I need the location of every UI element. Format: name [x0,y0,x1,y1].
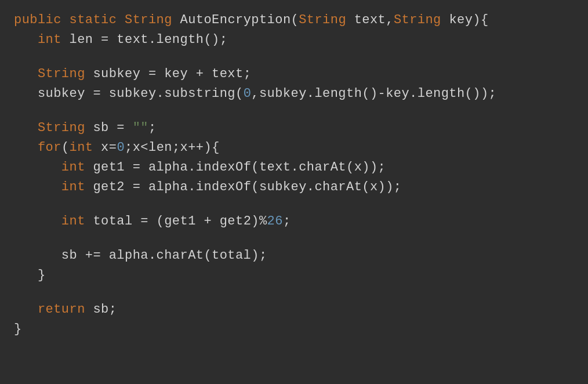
blank-line-3 [14,197,574,212]
keyword-public: public [14,13,61,27]
keyword-string-4: String [38,67,85,81]
keyword-int-5: int [61,214,85,229]
string-literal-empty: "" [133,121,148,135]
keyword-string-1: String [125,13,172,27]
keyword-int-4: int [61,180,85,194]
code-line-7: int get1 = alpha.indexOf(text.charAt(x))… [14,158,574,177]
code-editor: public static String AutoEncryption(Stri… [0,0,588,384]
keyword-int-1: int [38,32,61,47]
code-line-2: int len = text.length(); [14,30,574,50]
blank-line-4 [14,231,574,246]
blank-line-2 [14,104,574,118]
code-line-10: sb += alpha.charAt(total); [14,246,574,266]
code-line-5: String sb = ""; [14,118,574,138]
number-0b: 0 [117,140,125,155]
keyword-int-3: int [61,160,85,175]
keyword-static: static [70,13,117,27]
blank-line-1 [14,50,574,64]
number-26: 26 [267,214,283,229]
code-line-4: subkey = subkey.substring(0,subkey.lengt… [14,84,574,104]
blank-line-5 [14,285,574,300]
code-line-12: return sb; [14,300,574,320]
keyword-string-3: String [394,13,441,27]
code-line-11: } [14,266,574,285]
code-line-1: public static String AutoEncryption(Stri… [14,10,574,30]
keyword-string-2: String [299,13,346,27]
code-line-13: } [14,320,574,339]
keyword-for: for [38,140,61,155]
keyword-return: return [38,302,85,317]
keyword-int-2: int [70,140,93,155]
number-0: 0 [244,86,252,101]
keyword-string-5: String [38,121,85,135]
code-line-6: for(int x=0;x<len;x++){ [14,138,574,158]
code-line-8: int get2 = alpha.indexOf(subkey.charAt(x… [14,177,574,197]
code-line-9: int total = (get1 + get2)%26; [14,212,574,231]
code-line-3: String subkey = key + text; [14,64,574,84]
